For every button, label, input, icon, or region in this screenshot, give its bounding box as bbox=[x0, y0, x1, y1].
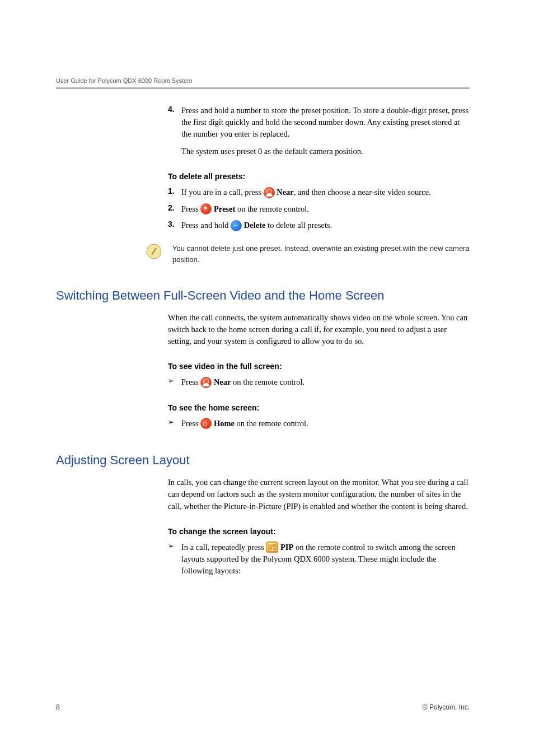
text-post: on the remote control. bbox=[235, 419, 308, 428]
near-icon bbox=[200, 377, 212, 388]
step-subtext: The system uses preset 0 as the default … bbox=[181, 146, 470, 157]
step-body: Press Preset on the remote control. bbox=[181, 203, 470, 216]
step-4: 4. Press and hold a number to store the … bbox=[168, 105, 470, 157]
delete-step-2: 2. Press Preset on the remote control. bbox=[168, 203, 470, 216]
switching-para: When the call connects, the system autom… bbox=[168, 312, 470, 347]
step-body: Press and hold a number to store the pre… bbox=[181, 105, 470, 157]
delete-step-1: 1. If you are in a call, press Near, and… bbox=[168, 186, 470, 199]
note-text: You cannot delete just one preset. Inste… bbox=[172, 243, 470, 265]
pip-icon bbox=[266, 542, 278, 553]
text-post: on the remote control. bbox=[231, 377, 305, 386]
step-body: Press Near on the remote control. bbox=[181, 376, 470, 389]
step-number: 2. bbox=[168, 203, 181, 216]
step-body: In a call, repeatedly press PIP on the r… bbox=[181, 542, 470, 577]
button-label: Preset bbox=[214, 204, 235, 213]
button-label: Near bbox=[277, 188, 294, 197]
step-body: If you are in a call, press Near, and th… bbox=[181, 186, 470, 199]
near-icon bbox=[264, 187, 275, 198]
step-number: 4. bbox=[168, 105, 181, 157]
bullet-icon: ➢ bbox=[168, 418, 181, 430]
homescreen-step: ➢ Press Home on the remote control. bbox=[168, 418, 470, 430]
text-post: , and then choose a near-site video sour… bbox=[294, 188, 431, 197]
header-rule bbox=[56, 87, 470, 89]
fullscreen-heading: To see video in the full screen: bbox=[168, 362, 470, 371]
running-header: User Guide for Polycom QDX 6000 Room Sys… bbox=[56, 77, 470, 84]
bullet-icon: ➢ bbox=[168, 376, 181, 389]
text-pre: Press bbox=[181, 419, 200, 428]
homescreen-heading: To see the home screen: bbox=[168, 403, 470, 412]
change-layout-step: ➢ In a call, repeatedly press PIP on the… bbox=[168, 542, 470, 577]
change-layout-heading: To change the screen layout: bbox=[168, 527, 470, 536]
note: You cannot delete just one preset. Inste… bbox=[146, 243, 470, 265]
step-number: 1. bbox=[168, 186, 181, 199]
text-post: on the remote control. bbox=[235, 204, 309, 213]
text-pre: Press bbox=[181, 377, 200, 386]
button-label: Home bbox=[214, 419, 235, 428]
step-body: Press and hold Delete to delete all pres… bbox=[181, 220, 470, 232]
footer: 8 © Polycom, Inc. bbox=[56, 703, 470, 711]
home-icon bbox=[200, 418, 212, 429]
text-pre: Press and hold bbox=[181, 221, 231, 230]
delete-step-3: 3. Press and hold Delete to delete all p… bbox=[168, 220, 470, 232]
section-layout-heading: Adjusting Screen Layout bbox=[56, 453, 470, 468]
preset-icon bbox=[200, 203, 212, 214]
button-label: PIP bbox=[280, 543, 293, 552]
delete-icon bbox=[231, 220, 242, 231]
layout-para: In calls, you can change the current scr… bbox=[168, 477, 470, 512]
text-pre: Press bbox=[181, 204, 200, 213]
step-text: Press and hold a number to store the pre… bbox=[181, 106, 469, 138]
button-label: Delete bbox=[244, 221, 266, 230]
step-number: 3. bbox=[168, 220, 181, 232]
copyright: © Polycom, Inc. bbox=[423, 703, 470, 711]
text-pre: If you are in a call, press bbox=[181, 188, 264, 197]
delete-presets-heading: To delete all presets: bbox=[168, 172, 470, 181]
text-pre: In a call, repeatedly press bbox=[181, 543, 266, 552]
text-post: to delete all presets. bbox=[265, 221, 332, 230]
note-icon bbox=[146, 243, 162, 260]
button-label: Near bbox=[214, 377, 231, 386]
step-body: Press Home on the remote control. bbox=[181, 418, 470, 430]
section-switching-heading: Switching Between Full-Screen Video and … bbox=[56, 288, 470, 303]
bullet-icon: ➢ bbox=[168, 542, 181, 577]
fullscreen-step: ➢ Press Near on the remote control. bbox=[168, 376, 470, 389]
page-number: 8 bbox=[56, 703, 60, 711]
